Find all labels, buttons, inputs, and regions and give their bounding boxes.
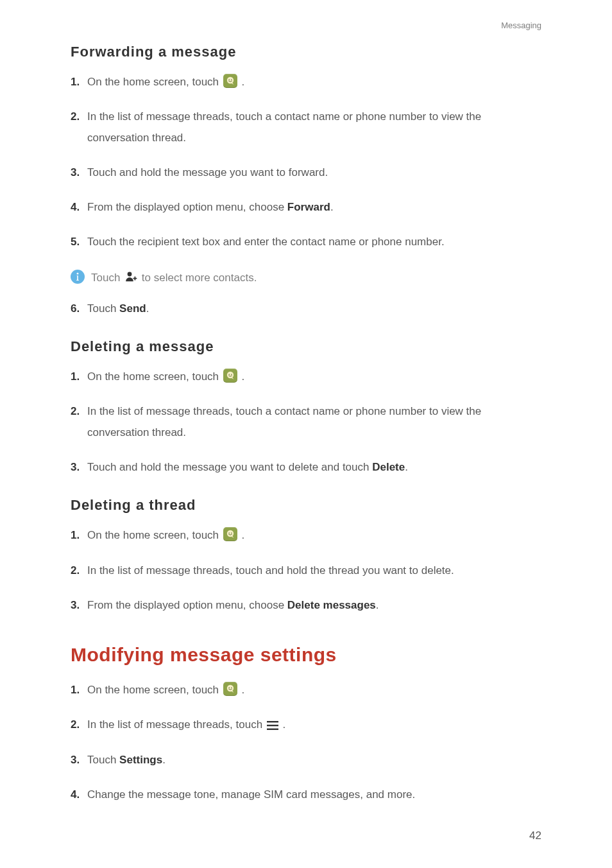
step-text: In the list of message threads, touch a … bbox=[87, 110, 481, 143]
step-text: On the home screen, touch bbox=[87, 370, 222, 383]
svg-rect-15 bbox=[267, 725, 278, 726]
svg-point-3 bbox=[77, 273, 79, 275]
step: On the home screen, touch . bbox=[71, 72, 541, 92]
steps-modifying: On the home screen, touch . In the list … bbox=[71, 680, 541, 805]
emphasis-delete-messages: Delete messages bbox=[287, 599, 376, 611]
steps-forwarding: On the home screen, touch . In the list … bbox=[71, 72, 541, 253]
step-text-tail: . bbox=[405, 461, 408, 473]
heading-deleting-message: Deleting a message bbox=[71, 338, 541, 355]
heading-deleting-thread: Deleting a thread bbox=[71, 497, 541, 514]
step: Touch Send. bbox=[71, 299, 541, 319]
messaging-app-icon bbox=[223, 682, 237, 696]
step: In the list of message threads, touch a … bbox=[71, 107, 541, 148]
steps-deleting-msg: On the home screen, touch . In the list … bbox=[71, 367, 541, 478]
step: Touch and hold the message you want to d… bbox=[71, 457, 541, 478]
menu-icon bbox=[267, 721, 278, 730]
step: In the list of message threads, touch . bbox=[71, 715, 541, 735]
note-text-tail: to select more contacts. bbox=[142, 272, 257, 284]
step-text-tail: . bbox=[146, 302, 149, 315]
step-text-tail: . bbox=[242, 76, 245, 88]
step: On the home screen, touch . bbox=[71, 525, 541, 546]
step-text: Touch the recipient text box and enter t… bbox=[87, 236, 445, 248]
step-text: Touch and hold the message you want to d… bbox=[87, 461, 372, 473]
step: From the displayed option menu, choose D… bbox=[71, 595, 541, 616]
step-text: Change the message tone, manage SIM card… bbox=[87, 788, 415, 801]
heading-forwarding-message: Forwarding a message bbox=[71, 44, 541, 60]
step: In the list of message threads, touch a … bbox=[71, 401, 541, 443]
step: Touch Settings. bbox=[71, 750, 541, 770]
step-text-tail: . bbox=[242, 684, 245, 696]
step-text-tail: . bbox=[242, 529, 245, 541]
add-contact-icon bbox=[124, 270, 137, 283]
svg-point-2 bbox=[231, 79, 232, 80]
svg-point-13 bbox=[231, 688, 232, 689]
page-number: 42 bbox=[529, 829, 541, 842]
step-text: Touch bbox=[87, 754, 119, 766]
emphasis-settings: Settings bbox=[119, 754, 162, 766]
step-text-tail: . bbox=[376, 599, 379, 611]
svg-point-8 bbox=[227, 530, 234, 537]
step-text: Touch bbox=[87, 302, 119, 315]
svg-point-1 bbox=[228, 79, 230, 80]
step: From the displayed option menu, choose F… bbox=[71, 197, 541, 218]
info-icon bbox=[71, 270, 85, 284]
step-text-tail: . bbox=[242, 370, 245, 383]
svg-point-9 bbox=[228, 533, 230, 534]
svg-point-6 bbox=[228, 374, 230, 375]
heading-modifying-settings: Modifying message settings bbox=[71, 644, 541, 666]
messaging-app-icon bbox=[223, 527, 237, 541]
note-text: Touch bbox=[91, 272, 123, 284]
info-note-text: Touch to select more contacts. bbox=[91, 270, 257, 284]
step: On the home screen, touch . bbox=[71, 367, 541, 387]
step-text-tail: . bbox=[283, 718, 286, 731]
svg-point-7 bbox=[231, 374, 232, 375]
svg-point-4 bbox=[128, 272, 132, 276]
step-text: From the displayed option menu, choose bbox=[87, 599, 287, 611]
svg-rect-16 bbox=[267, 729, 278, 730]
step-text: In the list of message threads, touch an… bbox=[87, 564, 454, 577]
step-text-tail: . bbox=[162, 754, 166, 766]
emphasis-send: Send bbox=[119, 302, 146, 315]
step: Touch and hold the message you want to f… bbox=[71, 162, 541, 183]
step-text: On the home screen, touch bbox=[87, 684, 222, 696]
step: In the list of message threads, touch an… bbox=[71, 560, 541, 581]
step: Touch the recipient text box and enter t… bbox=[71, 232, 541, 252]
svg-rect-14 bbox=[267, 721, 278, 722]
svg-point-10 bbox=[231, 533, 232, 534]
svg-point-0 bbox=[227, 77, 234, 83]
step: Change the message tone, manage SIM card… bbox=[71, 785, 541, 805]
svg-point-11 bbox=[227, 685, 234, 691]
emphasis-delete: Delete bbox=[372, 461, 405, 473]
emphasis-forward: Forward bbox=[287, 201, 330, 213]
messaging-app-icon bbox=[223, 369, 237, 383]
step-text: On the home screen, touch bbox=[87, 76, 222, 88]
step: On the home screen, touch . bbox=[71, 680, 541, 700]
step-text: Touch and hold the message you want to f… bbox=[87, 166, 328, 178]
step-text-tail: . bbox=[330, 201, 334, 213]
step-text: From the displayed option menu, choose bbox=[87, 201, 287, 213]
step-text: On the home screen, touch bbox=[87, 529, 222, 541]
running-header: Messaging bbox=[501, 21, 541, 30]
messaging-app-icon bbox=[223, 74, 237, 88]
svg-point-5 bbox=[227, 372, 234, 378]
step-text: In the list of message threads, touch bbox=[87, 718, 266, 731]
steps-forwarding-cont: Touch Send. bbox=[71, 299, 541, 319]
steps-deleting-thread: On the home screen, touch . In the list … bbox=[71, 525, 541, 616]
svg-point-12 bbox=[228, 688, 230, 689]
step-text: In the list of message threads, touch a … bbox=[87, 405, 481, 438]
info-note: Touch to select more contacts. bbox=[71, 267, 541, 284]
